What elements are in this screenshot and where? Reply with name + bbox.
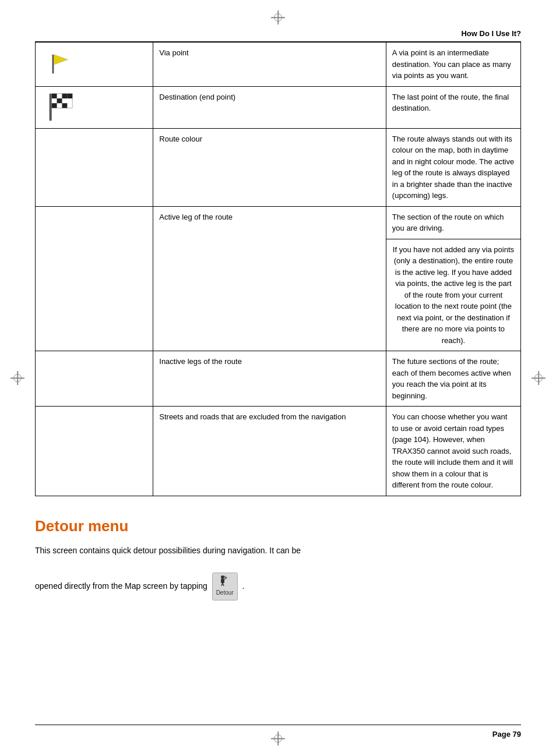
destination-desc: The last point of the route, the final d… bbox=[386, 86, 520, 128]
table-row: Via point A via point is an intermediate… bbox=[36, 43, 521, 87]
via-point-label: Via point bbox=[153, 43, 386, 87]
detour-body: This screen contains quick detour possib… bbox=[35, 543, 521, 600]
destination-label: Destination (end point) bbox=[153, 86, 386, 128]
detour-button-image: Detour bbox=[212, 573, 238, 600]
detour-text-before: This screen contains quick detour possib… bbox=[35, 546, 301, 555]
detour-title: Detour menu bbox=[35, 517, 521, 535]
svg-rect-5 bbox=[52, 94, 57, 98]
inactive-legs-icon-cell bbox=[36, 351, 153, 407]
svg-rect-6 bbox=[62, 94, 67, 98]
svg-rect-7 bbox=[57, 98, 62, 103]
detour-section: Detour menu This screen contains quick d… bbox=[35, 517, 521, 612]
svg-rect-10 bbox=[62, 103, 67, 108]
svg-point-11 bbox=[221, 575, 224, 579]
excluded-streets-desc: You can choose whether you want to use o… bbox=[386, 407, 520, 496]
svg-marker-1 bbox=[54, 55, 68, 65]
table-row: Active leg of the route The section of t… bbox=[36, 206, 521, 239]
svg-line-14 bbox=[223, 583, 224, 586]
svg-rect-3 bbox=[50, 94, 52, 121]
table-row: Destination (end point) The last point o… bbox=[36, 86, 521, 128]
content-table: Via point A via point is an intermediate… bbox=[35, 42, 521, 496]
table-row: Streets and roads that are excluded from… bbox=[36, 407, 521, 496]
route-colour-label: Route colour bbox=[153, 128, 386, 206]
header-title: How Do I Use It? bbox=[461, 29, 521, 38]
via-flag-icon bbox=[47, 52, 71, 76]
svg-rect-0 bbox=[52, 55, 54, 73]
table-row: Inactive legs of the route The future se… bbox=[36, 351, 521, 407]
svg-rect-8 bbox=[67, 94, 72, 98]
inactive-legs-desc: The future sections of the route; each o… bbox=[386, 351, 520, 407]
inactive-legs-label: Inactive legs of the route bbox=[153, 351, 386, 407]
excluded-streets-label: Streets and roads that are excluded from… bbox=[153, 407, 386, 496]
icon-cell bbox=[36, 86, 153, 128]
active-leg-desc-2: If you have not added any via points (on… bbox=[386, 239, 520, 351]
icon-cell bbox=[36, 43, 153, 87]
detour-text-end: . bbox=[242, 581, 245, 590]
route-colour-desc: The route always stands out with its col… bbox=[386, 128, 520, 206]
active-leg-label: Active leg of the route bbox=[153, 206, 386, 351]
active-leg-icon-cell bbox=[36, 206, 153, 351]
table-row: Route colour The route always stands out… bbox=[36, 128, 521, 206]
destination-flag-icon bbox=[41, 90, 76, 125]
detour-button-label: Detour bbox=[216, 589, 234, 596]
svg-rect-9 bbox=[52, 103, 57, 108]
via-point-desc: A via point is an intermediate destinati… bbox=[386, 43, 520, 87]
route-colour-icon-cell bbox=[36, 128, 153, 206]
excluded-streets-icon-cell bbox=[36, 407, 153, 496]
svg-rect-12 bbox=[221, 579, 224, 583]
detour-text-after: opened directly from the Map screen by t… bbox=[35, 581, 207, 590]
detour-icon bbox=[216, 574, 229, 587]
page-number: Page 79 bbox=[492, 730, 521, 739]
active-leg-desc-1: The section of the route on which you ar… bbox=[386, 206, 520, 239]
